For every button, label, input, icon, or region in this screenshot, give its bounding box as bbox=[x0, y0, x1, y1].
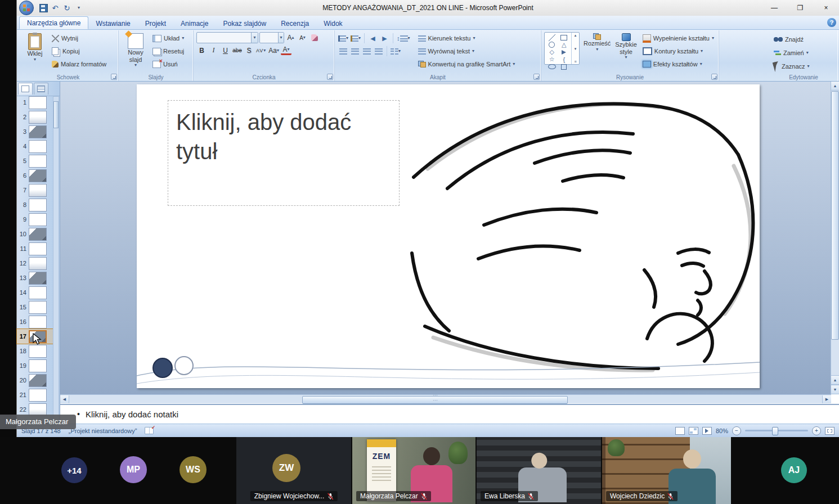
font-name-input[interactable] bbox=[197, 34, 251, 42]
video-tile-malgorzata[interactable]: ZEM Małgorzata Pelczar bbox=[352, 437, 475, 504]
dialog-launcher-icon[interactable] bbox=[327, 74, 333, 80]
notes-pane[interactable]: • Kliknij, aby dodać notatki bbox=[60, 404, 839, 423]
title-placeholder[interactable]: Kliknij, aby dodać tytuł bbox=[168, 100, 400, 206]
slide-thumbnail[interactable] bbox=[29, 286, 47, 299]
next-slide-button[interactable]: ▼ bbox=[831, 385, 839, 394]
tab-narzedzia-glowne[interactable]: Narzędzia główne bbox=[19, 16, 88, 29]
paste-button[interactable]: Wklej ▾ bbox=[21, 32, 49, 63]
columns-button[interactable]: ▾ bbox=[390, 47, 401, 56]
shape-arrow-icon[interactable] bbox=[560, 48, 568, 56]
shape-brace-icon[interactable]: { bbox=[560, 56, 568, 63]
arrange-button[interactable]: Rozmieść ▾ bbox=[583, 32, 611, 53]
panel-scrollbar-thumb[interactable] bbox=[53, 101, 59, 128]
scroll-down-icon[interactable]: ▾ bbox=[575, 47, 577, 51]
align-center-button[interactable] bbox=[349, 47, 360, 56]
line-spacing-button[interactable]: ↕▾ bbox=[396, 34, 411, 43]
slide-thumbnail[interactable] bbox=[29, 301, 47, 314]
layout-button[interactable]: Układ▾ bbox=[151, 32, 186, 44]
find-button[interactable]: Znajdź bbox=[772, 33, 835, 46]
slide-thumbnail-row[interactable]: 5 bbox=[17, 154, 53, 168]
slide-thumbnail-row[interactable]: 20 bbox=[17, 373, 53, 388]
dialog-launcher-icon[interactable] bbox=[533, 74, 540, 80]
italic-button[interactable]: I bbox=[208, 46, 219, 55]
quick-styles-button[interactable]: Szybkie style ▾ bbox=[614, 32, 638, 61]
slide-thumbnail[interactable] bbox=[29, 125, 47, 138]
slide-thumbnail-row[interactable]: 8 bbox=[17, 197, 53, 212]
chevron-down-icon[interactable]: ▾ bbox=[251, 33, 258, 43]
format-painter-button[interactable]: Malarz formatów bbox=[50, 58, 108, 70]
slide-thumbnail-row[interactable]: 14 bbox=[17, 285, 53, 300]
horizontal-scrollbar[interactable]: ◀ ▶ bbox=[60, 394, 831, 403]
font-size-input[interactable] bbox=[260, 34, 278, 42]
font-size-combo[interactable]: ▾ bbox=[259, 32, 284, 43]
horizontal-scrollbar-thumb[interactable] bbox=[302, 396, 568, 404]
avatar-ws[interactable]: WS bbox=[180, 456, 207, 483]
scroll-up-icon[interactable]: ▴ bbox=[575, 33, 577, 38]
slide-thumbnail-row[interactable]: 1 bbox=[17, 95, 53, 110]
justify-button[interactable] bbox=[373, 47, 384, 56]
fit-to-window-button[interactable] bbox=[825, 427, 834, 435]
vertical-scrollbar[interactable]: ▲ ▲ ▼ bbox=[831, 82, 839, 394]
slide-thumbnail-row[interactable]: 4 bbox=[17, 139, 53, 154]
decrease-indent-button[interactable]: ◀ bbox=[367, 34, 378, 43]
video-tile-ewa[interactable]: Ewa Liberska bbox=[477, 437, 601, 504]
previous-slide-button[interactable]: ▲ bbox=[831, 375, 839, 385]
office-button[interactable] bbox=[19, 1, 34, 15]
underline-button[interactable]: U bbox=[220, 46, 231, 55]
notes-placeholder[interactable]: Kliknij, aby dodać notatki bbox=[86, 410, 178, 419]
slide-thumbnail[interactable] bbox=[29, 272, 47, 285]
bold-button[interactable]: B bbox=[196, 46, 207, 55]
shape-line-icon[interactable] bbox=[548, 34, 556, 41]
new-slide-button[interactable]: Nowy slajd ▾ bbox=[122, 32, 150, 69]
numbering-button[interactable]: ▾ bbox=[350, 34, 361, 43]
zoom-slider-thumb[interactable] bbox=[772, 427, 778, 435]
align-right-button[interactable] bbox=[361, 47, 372, 56]
scroll-up-button[interactable]: ▲ bbox=[831, 82, 839, 91]
chevron-down-icon[interactable]: ▾ bbox=[278, 33, 284, 43]
slide-thumbnail-row[interactable]: 9 bbox=[17, 212, 53, 227]
zoom-out-button[interactable]: − bbox=[732, 426, 741, 435]
shape-square-icon[interactable] bbox=[560, 63, 568, 70]
shape-rectangle-icon[interactable] bbox=[560, 34, 568, 41]
video-tile-wojciech[interactable]: Wojciech Dziedzic bbox=[602, 437, 731, 504]
change-case-button[interactable]: Aa▾ bbox=[268, 46, 280, 55]
panel-scrollbar[interactable] bbox=[53, 96, 59, 422]
shape-effects-button[interactable]: Efekty kształtów▾ bbox=[641, 58, 716, 70]
close-button[interactable]: × bbox=[813, 0, 839, 16]
grow-font-button[interactable]: A▴ bbox=[285, 33, 296, 43]
slide-thumbnail[interactable] bbox=[29, 184, 47, 197]
more-participants-badge[interactable]: +14 bbox=[61, 457, 87, 483]
slide-thumbnail[interactable] bbox=[29, 228, 47, 241]
bullets-button[interactable]: ▾ bbox=[338, 34, 349, 43]
dialog-launcher-icon[interactable] bbox=[711, 74, 717, 80]
tab-projekt[interactable]: Projekt bbox=[138, 17, 173, 29]
slide-thumbnail-row[interactable]: 3 bbox=[17, 124, 53, 139]
tab-wstawianie[interactable]: Wstawianie bbox=[88, 17, 137, 29]
slide-sorter-button[interactable] bbox=[689, 427, 698, 435]
shape-circle-icon[interactable] bbox=[548, 41, 556, 48]
font-name-combo[interactable]: ▾ bbox=[196, 32, 258, 43]
slides-tab[interactable] bbox=[18, 83, 33, 94]
minimize-button[interactable]: — bbox=[761, 0, 787, 16]
slide-thumbnail[interactable] bbox=[29, 257, 47, 270]
slideshow-button[interactable] bbox=[702, 427, 712, 435]
avatar-mp[interactable]: MP bbox=[120, 456, 147, 483]
align-text-button[interactable]: Wyrównaj tekst▾ bbox=[416, 45, 517, 57]
slide-thumbnail[interactable] bbox=[29, 345, 47, 358]
font-color-button[interactable]: A▾ bbox=[281, 46, 291, 55]
slide-thumbnail[interactable] bbox=[29, 213, 47, 226]
slide-thumbnail-row[interactable]: 10 bbox=[17, 227, 53, 241]
zoom-slider[interactable] bbox=[745, 430, 808, 431]
undo-button[interactable]: ↶ bbox=[50, 3, 60, 13]
increase-indent-button[interactable]: ▶ bbox=[379, 34, 390, 43]
shapes-gallery[interactable]: △ ◇ ☆ { ▴ ▾ ≡ bbox=[544, 32, 580, 65]
reset-button[interactable]: Resetuj bbox=[151, 45, 186, 57]
slide-thumbnail[interactable] bbox=[29, 359, 47, 372]
slide-thumbnail[interactable] bbox=[29, 111, 47, 124]
slide-thumbnail[interactable] bbox=[29, 199, 47, 212]
vertical-scrollbar-thumb[interactable] bbox=[831, 91, 839, 340]
tab-animacje[interactable]: Animacje bbox=[173, 17, 216, 29]
align-left-button[interactable] bbox=[338, 47, 348, 56]
tab-widok[interactable]: Widok bbox=[316, 17, 349, 29]
slide-thumbnail-row[interactable]: 7 bbox=[17, 183, 53, 197]
